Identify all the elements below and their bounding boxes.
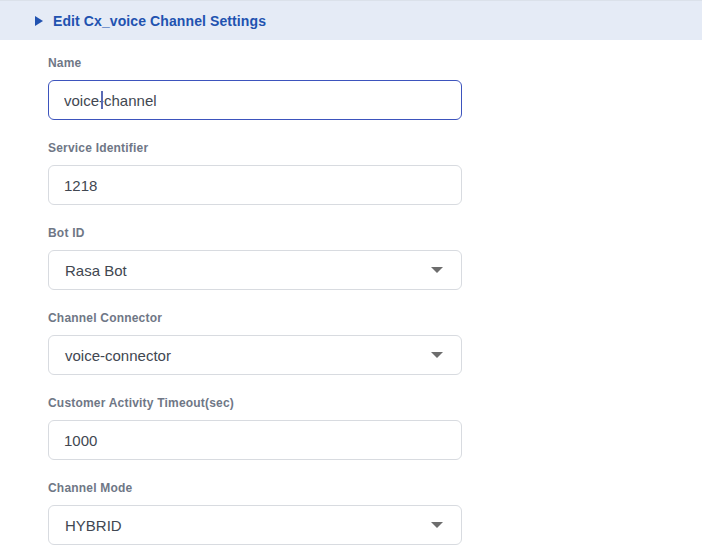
name-input[interactable]: [48, 80, 462, 120]
name-label: Name: [48, 57, 702, 70]
field-group-service-identifier: Service Identifier: [48, 142, 702, 205]
chevron-down-icon: [431, 522, 443, 528]
field-group-customer-activity-timeout: Customer Activity Timeout(sec): [48, 397, 702, 460]
service-identifier-label: Service Identifier: [48, 142, 702, 155]
customer-activity-timeout-label: Customer Activity Timeout(sec): [48, 397, 702, 410]
service-identifier-input[interactable]: [48, 165, 462, 205]
field-group-bot-id: Bot ID Rasa Bot: [48, 227, 702, 290]
text-cursor: [101, 91, 103, 109]
bot-id-label: Bot ID: [48, 227, 702, 240]
field-group-channel-mode: Channel Mode HYBRID: [48, 482, 702, 545]
channel-mode-label: Channel Mode: [48, 482, 702, 495]
chevron-down-icon: [431, 352, 443, 358]
bot-id-selected-value: Rasa Bot: [65, 262, 127, 279]
section-title: Edit Cx_voice Channel Settings: [53, 13, 266, 29]
channel-connector-selected-value: voice-connector: [65, 347, 171, 364]
expand-arrow-icon: [35, 16, 43, 26]
bot-id-select[interactable]: Rasa Bot: [48, 250, 462, 290]
channel-connector-select[interactable]: voice-connector: [48, 335, 462, 375]
field-group-name: Name: [48, 57, 702, 120]
channel-mode-select[interactable]: HYBRID: [48, 505, 462, 545]
name-input-wrap: [48, 80, 462, 120]
chevron-down-icon: [431, 267, 443, 273]
customer-activity-timeout-input[interactable]: [48, 420, 462, 460]
channel-mode-selected-value: HYBRID: [65, 517, 122, 534]
channel-settings-form: Name Service Identifier Bot ID Rasa Bot …: [0, 40, 702, 545]
section-header[interactable]: Edit Cx_voice Channel Settings: [0, 0, 702, 40]
field-group-channel-connector: Channel Connector voice-connector: [48, 312, 702, 375]
channel-connector-label: Channel Connector: [48, 312, 702, 325]
